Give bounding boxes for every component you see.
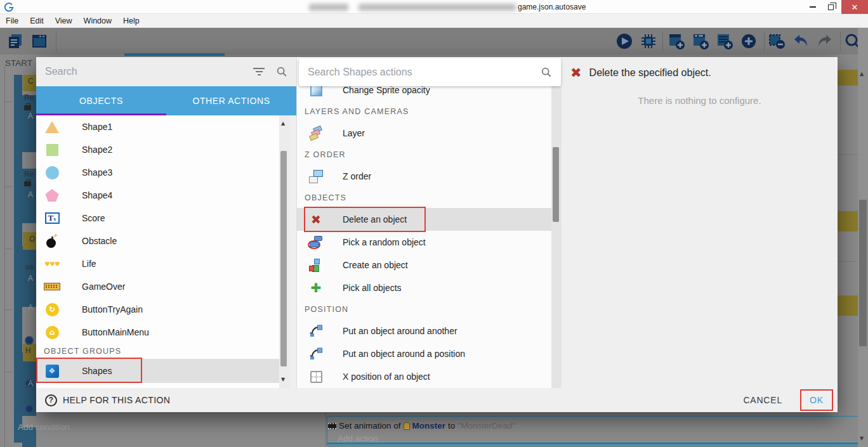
object-groups-header: OBJECT GROUPS xyxy=(36,344,279,359)
hearts-icon: ♥♥♥ xyxy=(44,256,60,271)
menu-window[interactable]: Window xyxy=(84,16,112,25)
help-label: HELP FOR THIS ACTION xyxy=(63,395,170,405)
objects-list-scrollbar[interactable]: ▲ ▼ xyxy=(279,115,290,388)
list-item-label: Put an object around another xyxy=(343,326,457,336)
redo-icon[interactable] xyxy=(816,32,834,50)
selection-highlight-line xyxy=(327,443,862,444)
scroll-up-arrow[interactable]: ▲ xyxy=(860,71,864,77)
menu-file[interactable]: File xyxy=(6,16,18,25)
help-for-this-action-button[interactable]: ? HELP FOR THIS ACTION xyxy=(45,394,170,406)
scrollbar-thumb[interactable] xyxy=(859,200,867,346)
list-item-label: Layer xyxy=(343,128,365,138)
menu-edit[interactable]: Edit xyxy=(30,16,44,25)
restore-button[interactable] xyxy=(821,0,840,14)
text-icon: Tx xyxy=(44,211,60,226)
scrollbar-thumb[interactable] xyxy=(553,147,559,222)
menu-view[interactable]: View xyxy=(55,16,72,25)
tab-objects[interactable]: OBJECTS xyxy=(36,86,166,115)
actions-list: Change Sprite opacityLAYERS AND CAMERASL… xyxy=(297,79,551,388)
action-text: Set animation of xyxy=(339,421,401,431)
list-item-label: Z order xyxy=(343,171,371,181)
list-item[interactable]: ↻ButtonTryAgain xyxy=(36,298,279,321)
filter-icon[interactable] xyxy=(253,68,265,75)
tab-other-actions[interactable]: OTHER ACTIONS xyxy=(166,86,296,115)
list-item[interactable]: ❖Shapes xyxy=(36,359,279,383)
list-item[interactable]: ♥♥♥Life xyxy=(36,252,279,275)
gdevelop-logo-icon xyxy=(4,2,14,12)
list-item[interactable]: Shape4 xyxy=(36,184,279,207)
layer-icon xyxy=(308,126,324,141)
actions-list-scrollbar[interactable] xyxy=(551,86,562,388)
mainmenu-icon: ⌂ xyxy=(44,325,60,340)
add-circle-icon[interactable] xyxy=(740,32,758,50)
event-tree-line xyxy=(4,309,12,310)
list-item[interactable]: ✖Delete an object xyxy=(297,208,551,231)
list-item[interactable]: TxScore xyxy=(36,207,279,230)
add-comment-icon[interactable] xyxy=(716,32,733,50)
search-icon xyxy=(541,67,552,78)
window-title: game.json.autosave xyxy=(518,3,586,11)
event-text-fragment: O xyxy=(29,235,35,243)
redacted-title-segment xyxy=(358,4,516,11)
comment-event-row xyxy=(838,70,858,86)
list-item[interactable]: Layer xyxy=(297,122,551,145)
close-button[interactable]: ✕ xyxy=(841,0,868,14)
gear-icon xyxy=(26,406,32,412)
gameover-icon xyxy=(44,279,60,294)
add-condition-link[interactable]: Add condition xyxy=(18,422,70,432)
ok-button[interactable]: OK xyxy=(810,395,824,405)
undo-icon[interactable] xyxy=(792,32,810,50)
list-item[interactable]: ⌂ButtonMainMenu xyxy=(36,321,279,344)
add-action-link[interactable]: Add action xyxy=(338,434,378,443)
debug-icon[interactable] xyxy=(640,32,657,50)
list-item[interactable]: Shape3 xyxy=(36,161,279,184)
event-indent-bar xyxy=(14,75,22,443)
action-value: "MonsterDead" xyxy=(457,421,515,431)
event-action-row[interactable]: Set animation of Monster to "MonsterDead… xyxy=(328,421,515,431)
event-text-fragment: Re xyxy=(24,170,34,179)
add-subevent-icon[interactable] xyxy=(692,32,709,50)
event-text-fragment: se xyxy=(25,262,34,271)
minimize-button[interactable] xyxy=(803,0,822,14)
list-item[interactable]: ✦Obstacle xyxy=(36,230,279,252)
actions-search-bar[interactable]: Search Shapes actions xyxy=(299,58,561,86)
main-toolbar xyxy=(0,28,868,55)
play-icon[interactable] xyxy=(615,32,633,50)
objects-search-input[interactable]: Search xyxy=(45,66,253,77)
actions-search-input[interactable]: Search Shapes actions xyxy=(308,67,541,78)
pick-all-icon: ✚ xyxy=(308,280,324,295)
action-section-header: OBJECTS xyxy=(297,188,551,208)
add-event-icon[interactable] xyxy=(667,32,685,50)
scrollbar-thumb[interactable] xyxy=(280,151,287,366)
list-item[interactable]: Shape1 xyxy=(36,115,279,138)
list-item[interactable]: ✚Pick all objects xyxy=(297,276,551,299)
list-item[interactable]: Shape2 xyxy=(36,138,279,161)
scroll-up-arrow[interactable]: ▲ xyxy=(281,120,285,126)
list-item[interactable]: Put an object around a position xyxy=(297,342,551,365)
tryagain-icon: ↻ xyxy=(44,302,60,317)
list-item-label: Delete an object xyxy=(343,214,407,224)
cancel-button[interactable]: CANCEL xyxy=(743,395,782,405)
list-item[interactable]: Pick a random object xyxy=(297,231,551,254)
events-vertical-scrollbar[interactable]: ▲ ▼ xyxy=(858,28,868,447)
list-item[interactable]: Z order xyxy=(297,165,551,188)
list-item[interactable]: X position of an object xyxy=(297,365,551,388)
objects-search-bar[interactable]: Search xyxy=(36,57,296,86)
event-text-fragment: A xyxy=(28,190,33,199)
list-item[interactable]: GameOver xyxy=(36,275,279,298)
project-manager-icon[interactable] xyxy=(6,32,24,50)
title-bar: game.json.autosave ✕ xyxy=(0,0,868,14)
bomb-icon: ✦ xyxy=(44,233,60,249)
nothing-to-configure-message: There is nothing to configure. xyxy=(562,95,838,106)
event-tree-line xyxy=(4,249,12,249)
menu-help[interactable]: Help xyxy=(123,16,140,25)
scene-window-icon[interactable] xyxy=(30,32,48,50)
list-item-label: GameOver xyxy=(82,282,125,292)
around-icon xyxy=(308,346,324,361)
remove-selection-icon[interactable] xyxy=(768,32,786,50)
list-item[interactable]: Create an object xyxy=(297,254,551,276)
list-item[interactable]: Put an object around another xyxy=(297,320,551,342)
scroll-down-arrow[interactable]: ▼ xyxy=(860,436,864,441)
create-icon xyxy=(308,257,324,273)
scroll-down-arrow[interactable]: ▼ xyxy=(281,377,285,382)
